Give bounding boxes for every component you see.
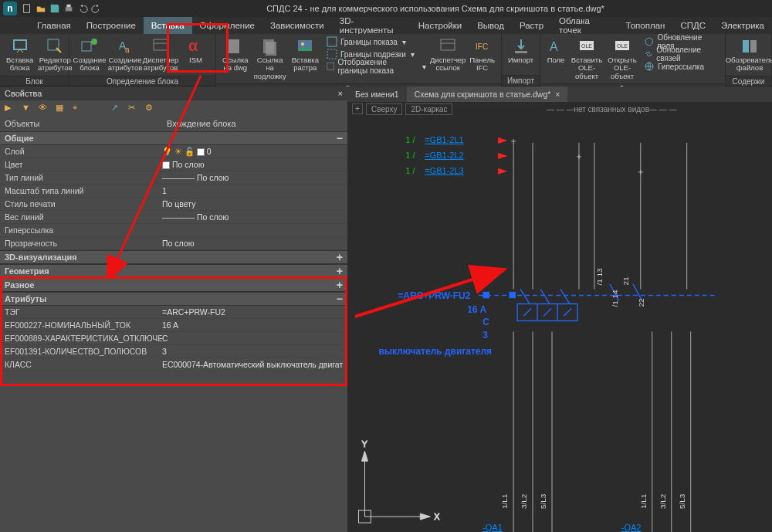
- attr-editor-button[interactable]: Редактор атрибутов: [38, 36, 72, 74]
- props-section-geometry[interactable]: Геометрия +: [0, 264, 347, 278]
- gear-icon[interactable]: ⚙: [145, 103, 156, 114]
- pick-icon[interactable]: ⌖: [73, 103, 83, 114]
- svg-text:5/L3: 5/L3: [539, 493, 547, 509]
- ism-button[interactable]: α ISM: [179, 36, 212, 66]
- toggle-bounds-item[interactable]: Отображение границы показа▾: [327, 60, 426, 73]
- expand-icon[interactable]: +: [337, 265, 343, 277]
- tab-settings[interactable]: Настройки: [411, 17, 469, 34]
- tab-pointcloud[interactable]: Облака точек: [551, 17, 618, 34]
- svg-text:OLE: OLE: [617, 43, 628, 49]
- show-bounds-item[interactable]: Границы показа▾: [327, 36, 426, 48]
- create-attr-button[interactable]: Aa Создание атрибутов: [108, 36, 142, 74]
- props-close-icon[interactable]: ×: [338, 89, 343, 98]
- app-logo: n: [3, 2, 17, 15]
- file-browser-button[interactable]: Обозреватель файлов: [729, 36, 770, 74]
- prop-row-ltscale: Масштаб типа линий1: [0, 185, 347, 198]
- svg-text:5/L3: 5/L3: [678, 493, 686, 509]
- print-icon[interactable]: [63, 3, 74, 14]
- svg-marker-72: [361, 451, 367, 461]
- collapse-icon[interactable]: −: [337, 132, 343, 144]
- props-section-misc[interactable]: Разное +: [0, 278, 347, 292]
- tab-topoplan[interactable]: Топоплан: [618, 17, 673, 34]
- expand-icon[interactable]: +: [337, 279, 343, 291]
- svg-rect-1: [66, 7, 73, 11]
- svg-rect-9: [154, 39, 168, 50]
- svg-text:22: 22: [637, 298, 645, 307]
- view-hint: — — —нет связанных видов— — —: [455, 105, 767, 114]
- cursor-icon[interactable]: ▶: [5, 103, 15, 114]
- prop-row-linetype: Тип линий———— По слою: [0, 171, 347, 185]
- filter-icon[interactable]: ▼: [22, 103, 32, 114]
- svg-rect-2: [66, 5, 70, 8]
- tab-build[interactable]: Построение: [79, 17, 144, 34]
- raster-button[interactable]: Вставка растра: [289, 36, 322, 74]
- expand-icon[interactable]: +: [337, 251, 343, 263]
- tab-insert[interactable]: Вставка: [144, 17, 192, 34]
- svg-point-29: [645, 38, 653, 46]
- undo-icon[interactable]: [77, 3, 88, 14]
- dwg-ref-button[interactable]: Ссылка на dwg: [219, 36, 252, 74]
- svg-text:16 A: 16 A: [467, 304, 486, 315]
- tab-3d[interactable]: 3D-инструменты: [332, 17, 411, 34]
- svg-text:α: α: [188, 37, 198, 54]
- view-top-button[interactable]: Сверху: [366, 103, 402, 115]
- svg-text:C: C: [482, 317, 489, 327]
- attr-row: КЛАССEC000074-Автоматический выключатель…: [0, 358, 347, 371]
- svg-line-56: [520, 290, 530, 304]
- svg-marker-48: [498, 153, 507, 159]
- svg-text:/1 14: /1 14: [611, 290, 619, 307]
- ole-insert-button[interactable]: OLE Вставить OLE-объект: [570, 36, 604, 82]
- open-icon[interactable]: [36, 3, 46, 14]
- group-content-label: Содержи: [726, 76, 771, 86]
- svg-line-58: [560, 290, 570, 304]
- drawing-canvas[interactable]: 1 / =GB1-2L1 1 / =GB1-2L2 1 / =GB1-2L3: [347, 116, 772, 532]
- svg-rect-14: [266, 42, 276, 56]
- doc-tab-2[interactable]: Схема для скриншота в статье.dwg*×: [407, 86, 568, 102]
- props-section-attributes[interactable]: Атрибуты −: [0, 292, 347, 306]
- doc-tab-1[interactable]: Без имени1: [347, 86, 407, 102]
- cut-icon[interactable]: ✂: [128, 103, 139, 114]
- prop-row-layer: Слой💡 ☀ 🔓 0: [0, 145, 347, 158]
- tab-output[interactable]: Вывод: [469, 17, 512, 34]
- save-icon[interactable]: [49, 3, 60, 14]
- ifc-panel-button[interactable]: IFC Панель IFC: [466, 36, 498, 74]
- eye-icon[interactable]: 👁: [39, 103, 49, 114]
- view-wireframe-button[interactable]: 2D-каркас: [405, 103, 452, 115]
- arrow-icon[interactable]: ↗: [111, 103, 122, 114]
- attr-mgr-button[interactable]: Диспетчер атрибутов: [144, 36, 178, 74]
- layers-icon[interactable]: ▦: [56, 103, 66, 114]
- tab-main[interactable]: Главная: [29, 17, 79, 34]
- ref-mgr-button[interactable]: Диспетчер ссылок: [431, 36, 465, 74]
- insert-block-button[interactable]: Вставка блока: [3, 36, 36, 74]
- props-section-3d[interactable]: 3D-визуализация +: [0, 250, 347, 264]
- svg-rect-18: [327, 49, 337, 59]
- new-icon[interactable]: [22, 3, 32, 14]
- underlay-button[interactable]: Ссылка на подложку: [253, 36, 287, 82]
- create-block-button[interactable]: Создание блока: [73, 36, 107, 74]
- tab-electric[interactable]: Электрика: [713, 17, 772, 34]
- ole-open-button[interactable]: OLE Открыть OLE-объект: [605, 36, 639, 82]
- tab-raster[interactable]: Растр: [512, 17, 551, 34]
- hyperlink-item[interactable]: Гиперссылка: [644, 60, 719, 73]
- tab-spds[interactable]: СПДС: [672, 17, 713, 34]
- svg-text:1/L1: 1/L1: [500, 493, 509, 509]
- props-section-general[interactable]: Общие −: [0, 131, 347, 145]
- redo-icon[interactable]: [91, 3, 102, 14]
- collapse-icon[interactable]: −: [337, 293, 343, 305]
- close-tab-icon[interactable]: ×: [555, 90, 560, 99]
- svg-text:IFC: IFC: [476, 42, 488, 51]
- add-view-button[interactable]: +: [352, 103, 363, 114]
- props-panel-title: Свойства ×: [0, 86, 347, 100]
- tab-constraints[interactable]: Зависимости: [262, 17, 332, 34]
- svg-rect-20: [441, 39, 455, 50]
- svg-text:1 /: 1 /: [405, 166, 415, 175]
- svg-rect-0: [24, 5, 30, 13]
- svg-text:1 /: 1 /: [405, 151, 415, 160]
- attr-row: EF001391-КОЛИЧЕСТВО_ПОЛЮСОВ3: [0, 345, 347, 358]
- field-button[interactable]: A Поле: [543, 36, 568, 66]
- tab-format[interactable]: Оформление: [192, 17, 262, 34]
- update-links-item[interactable]: Обновление связей: [644, 48, 719, 60]
- svg-rect-3: [14, 40, 26, 49]
- import-button[interactable]: Импорт: [505, 36, 537, 66]
- svg-text:OLE: OLE: [581, 43, 592, 49]
